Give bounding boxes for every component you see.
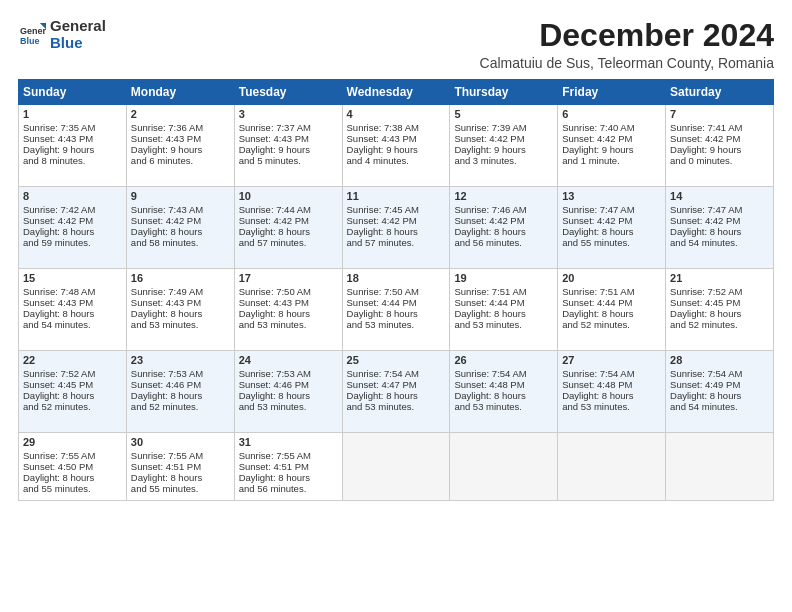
table-cell: 2 Sunrise: 7:36 AM Sunset: 4:43 PM Dayli… [126,105,234,187]
daylight-minutes: and 52 minutes. [670,319,738,330]
daylight-minutes: and 57 minutes. [239,237,307,248]
col-thursday: Thursday [450,80,558,105]
sunset-text: Sunset: 4:42 PM [562,215,632,226]
table-cell: 16 Sunrise: 7:49 AM Sunset: 4:43 PM Dayl… [126,269,234,351]
svg-text:General: General [20,26,46,36]
daylight-minutes: and 53 minutes. [239,401,307,412]
col-saturday: Saturday [666,80,774,105]
day-number: 22 [23,354,122,366]
daylight-minutes: and 56 minutes. [239,483,307,494]
table-cell: 30 Sunrise: 7:55 AM Sunset: 4:51 PM Dayl… [126,433,234,501]
daylight-minutes: and 54 minutes. [670,401,738,412]
sunset-text: Sunset: 4:42 PM [454,215,524,226]
daylight-text: Daylight: 8 hours [239,308,310,319]
sunset-text: Sunset: 4:49 PM [670,379,740,390]
daylight-minutes: and 53 minutes. [347,319,415,330]
sunset-text: Sunset: 4:42 PM [670,215,740,226]
day-number: 18 [347,272,446,284]
subtitle: Calmatuiu de Sus, Teleorman County, Roma… [480,55,774,71]
day-number: 17 [239,272,338,284]
sunset-text: Sunset: 4:44 PM [347,297,417,308]
day-number: 14 [670,190,769,202]
day-number: 8 [23,190,122,202]
table-cell: 22 Sunrise: 7:52 AM Sunset: 4:45 PM Dayl… [19,351,127,433]
table-cell [342,433,450,501]
sunset-text: Sunset: 4:44 PM [562,297,632,308]
day-number: 10 [239,190,338,202]
day-number: 31 [239,436,338,448]
sunrise-text: Sunrise: 7:55 AM [23,450,95,461]
sunrise-text: Sunrise: 7:41 AM [670,122,742,133]
table-cell [558,433,666,501]
day-number: 7 [670,108,769,120]
sunrise-text: Sunrise: 7:54 AM [454,368,526,379]
daylight-minutes: and 53 minutes. [562,401,630,412]
daylight-text: Daylight: 8 hours [131,390,202,401]
sunrise-text: Sunrise: 7:55 AM [131,450,203,461]
daylight-minutes: and 57 minutes. [347,237,415,248]
sunset-text: Sunset: 4:42 PM [454,133,524,144]
daylight-text: Daylight: 8 hours [23,472,94,483]
day-number: 6 [562,108,661,120]
sunset-text: Sunset: 4:42 PM [239,215,309,226]
sunset-text: Sunset: 4:43 PM [23,133,93,144]
daylight-minutes: and 55 minutes. [23,483,91,494]
daylight-text: Daylight: 8 hours [670,390,741,401]
daylight-text: Daylight: 8 hours [347,390,418,401]
daylight-text: Daylight: 9 hours [239,144,310,155]
sunset-text: Sunset: 4:43 PM [239,297,309,308]
day-number: 30 [131,436,230,448]
calendar-row: 29 Sunrise: 7:55 AM Sunset: 4:50 PM Dayl… [19,433,774,501]
table-cell [666,433,774,501]
daylight-minutes: and 3 minutes. [454,155,516,166]
table-cell: 29 Sunrise: 7:55 AM Sunset: 4:50 PM Dayl… [19,433,127,501]
table-cell: 15 Sunrise: 7:48 AM Sunset: 4:43 PM Dayl… [19,269,127,351]
daylight-minutes: and 5 minutes. [239,155,301,166]
day-number: 1 [23,108,122,120]
sunrise-text: Sunrise: 7:52 AM [23,368,95,379]
sunrise-text: Sunrise: 7:42 AM [23,204,95,215]
daylight-minutes: and 6 minutes. [131,155,193,166]
calendar-row: 8 Sunrise: 7:42 AM Sunset: 4:42 PM Dayli… [19,187,774,269]
daylight-text: Daylight: 9 hours [23,144,94,155]
table-cell: 17 Sunrise: 7:50 AM Sunset: 4:43 PM Dayl… [234,269,342,351]
daylight-text: Daylight: 8 hours [23,308,94,319]
daylight-minutes: and 55 minutes. [131,483,199,494]
sunset-text: Sunset: 4:45 PM [23,379,93,390]
daylight-text: Daylight: 8 hours [670,308,741,319]
day-number: 5 [454,108,553,120]
sunset-text: Sunset: 4:46 PM [131,379,201,390]
sunrise-text: Sunrise: 7:44 AM [239,204,311,215]
daylight-minutes: and 53 minutes. [454,319,522,330]
daylight-text: Daylight: 9 hours [347,144,418,155]
sunset-text: Sunset: 4:48 PM [562,379,632,390]
daylight-minutes: and 1 minute. [562,155,620,166]
sunset-text: Sunset: 4:43 PM [23,297,93,308]
sunrise-text: Sunrise: 7:43 AM [131,204,203,215]
table-cell: 10 Sunrise: 7:44 AM Sunset: 4:42 PM Dayl… [234,187,342,269]
daylight-minutes: and 53 minutes. [347,401,415,412]
daylight-text: Daylight: 8 hours [239,472,310,483]
daylight-minutes: and 52 minutes. [562,319,630,330]
day-number: 3 [239,108,338,120]
daylight-minutes: and 58 minutes. [131,237,199,248]
daylight-text: Daylight: 8 hours [562,390,633,401]
sunrise-text: Sunrise: 7:46 AM [454,204,526,215]
day-number: 15 [23,272,122,284]
sunset-text: Sunset: 4:43 PM [131,297,201,308]
table-cell: 26 Sunrise: 7:54 AM Sunset: 4:48 PM Dayl… [450,351,558,433]
table-cell: 31 Sunrise: 7:55 AM Sunset: 4:51 PM Dayl… [234,433,342,501]
daylight-text: Daylight: 8 hours [454,390,525,401]
daylight-minutes: and 52 minutes. [23,401,91,412]
day-number: 2 [131,108,230,120]
table-cell: 25 Sunrise: 7:54 AM Sunset: 4:47 PM Dayl… [342,351,450,433]
daylight-minutes: and 59 minutes. [23,237,91,248]
daylight-text: Daylight: 8 hours [23,226,94,237]
sunrise-text: Sunrise: 7:52 AM [670,286,742,297]
table-cell: 28 Sunrise: 7:54 AM Sunset: 4:49 PM Dayl… [666,351,774,433]
daylight-minutes: and 8 minutes. [23,155,85,166]
table-cell: 8 Sunrise: 7:42 AM Sunset: 4:42 PM Dayli… [19,187,127,269]
table-cell: 23 Sunrise: 7:53 AM Sunset: 4:46 PM Dayl… [126,351,234,433]
sunrise-text: Sunrise: 7:49 AM [131,286,203,297]
sunrise-text: Sunrise: 7:36 AM [131,122,203,133]
